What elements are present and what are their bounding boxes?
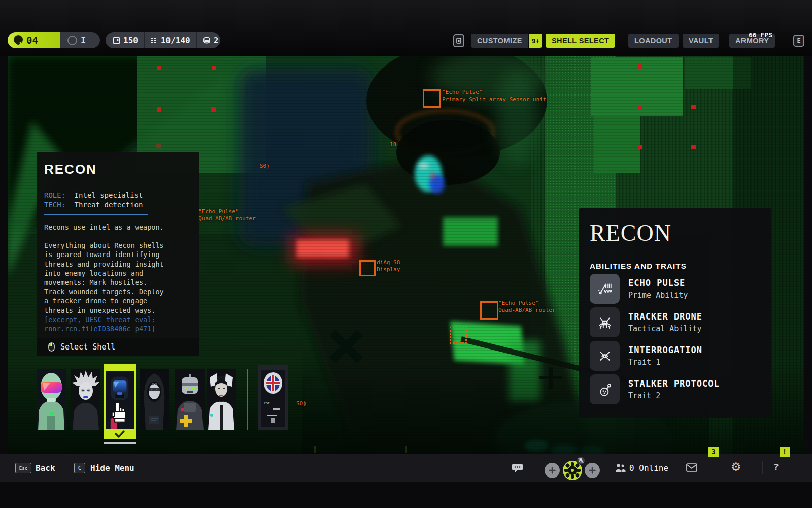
blue-divider: [44, 214, 148, 215]
shell-name-title: RECON: [44, 162, 192, 177]
shell-portrait-1: [37, 369, 66, 430]
select-shell-action[interactable]: Select Shell: [37, 338, 199, 356]
chat-icon[interactable]: [512, 463, 523, 473]
router-right-callout-box: [480, 301, 498, 320]
tab-vault[interactable]: VAULT: [683, 34, 719, 48]
shell-info-panel: RECON ROLE: Intel specialist TECH: Threa…: [37, 152, 199, 356]
window-icon[interactable]: [453, 34, 464, 47]
ability-row-interrogation: INTERROGATION Trait 1: [590, 341, 771, 371]
shell-thumbnail-3-selected[interactable]: [104, 364, 136, 439]
back-button[interactable]: Back: [36, 463, 55, 473]
carousel-divider: [247, 369, 248, 430]
role-value: Intel specialist: [75, 191, 143, 199]
target-callout-box: [450, 327, 467, 344]
mail-count-badge: 3: [708, 447, 719, 457]
red-marker: [211, 107, 216, 112]
shell-count-segment: 04: [8, 32, 60, 48]
shell-thumbnail-7[interactable]: ESC: [258, 365, 288, 430]
stat-ammo-value: 10/140: [161, 36, 190, 45]
abilities-panel: RECON ABILITIES AND TRAITS ECHO PULSE P: [579, 208, 771, 418]
role-label: ROLE:: [44, 191, 65, 199]
menu-key-icon[interactable]: E: [793, 35, 804, 47]
tech-label: TECH:: [44, 201, 65, 209]
stat-armor: 150: [106, 32, 144, 48]
shell-portrait-5: [175, 369, 205, 430]
settings-button[interactable]: ⚙: [731, 460, 741, 473]
ability-name: TRACKER DRONE: [628, 311, 702, 322]
tag-s0-lower: S0): [296, 400, 307, 407]
tech-value: Threat detection: [75, 201, 143, 209]
shell-description-intro: Recons use intel as a weapon.: [44, 223, 169, 232]
display-callout-box: [359, 260, 376, 276]
card-icon: [113, 37, 120, 44]
sensor-callout-box: [423, 89, 441, 108]
divider: [44, 184, 192, 184]
shell-thumbnail-2[interactable]: [71, 369, 100, 430]
carousel-indicator: [104, 442, 136, 444]
router-left-callout: "Echo Pulse"Quad-AB/AB router: [198, 208, 256, 223]
escape-key: Esc: [15, 463, 31, 473]
help-button[interactable]: ?: [773, 462, 779, 472]
ability-text: TRACKER DRONE Tactical Ability: [628, 311, 702, 333]
gear-icon: ⚙: [731, 460, 741, 473]
tab-customize-label: CUSTOMIZE: [471, 34, 528, 48]
shell-excerpt: [excerpt, UESC threat eval: rnnr.rcn.fil…: [44, 315, 169, 333]
red-marker: [638, 105, 642, 109]
mail-icon[interactable]: [686, 463, 697, 472]
red-marker: [157, 66, 161, 70]
tag-18: 18: [390, 141, 396, 148]
ability-type: Prime Ability: [628, 291, 688, 300]
shell-thumbnail-6[interactable]: [207, 369, 236, 430]
separator: [676, 461, 676, 474]
mode-segment: I: [60, 32, 100, 48]
shell-thumbnail-1[interactable]: [37, 369, 66, 430]
stat-currency: 2,705: [196, 32, 220, 48]
abilities-section-label: ABILITIES AND TRAITS: [590, 262, 771, 270]
shell-portrait-6: [207, 369, 236, 430]
stat-currency-value: 2,705: [214, 36, 220, 45]
selected-check-icon: [114, 430, 125, 438]
ability-text: INTERROGATION Trait 1: [628, 345, 702, 367]
display-callout: diAg-S8Display: [377, 259, 400, 273]
online-status: 0 Online: [629, 463, 668, 473]
alert-badge: !: [780, 447, 790, 457]
shell-count: 04: [26, 35, 38, 46]
c-key: C: [74, 463, 85, 473]
tab-shell-select[interactable]: SHELL SELECT: [546, 34, 615, 48]
red-marker: [157, 107, 161, 112]
red-marker: [156, 144, 161, 148]
ability-row-stalker-protocol: STALKER PROTOCOL Trait 2: [590, 374, 771, 404]
helmet-icon: [13, 35, 24, 46]
separator: [608, 461, 608, 474]
customize-badge: 9+: [529, 34, 543, 48]
stalker-protocol-icon: [590, 374, 620, 404]
sensor-callout: "Echo Pulse"Primary Split-array Sensor u…: [442, 89, 546, 103]
separator: [500, 461, 500, 474]
shell-status-pill: 04 I: [8, 32, 100, 48]
list-icon: [150, 37, 158, 44]
ability-type: Tactical Ability: [628, 324, 702, 333]
add-player-right-button[interactable]: [585, 463, 600, 478]
resources-pill: 150 10/140 2,705: [106, 32, 220, 48]
shell-select-screen: "Echo Pulse"Primary Split-array Sensor u…: [0, 0, 812, 508]
ability-name: INTERROGATION: [628, 345, 702, 355]
ability-name: ECHO PULSE: [628, 278, 688, 288]
ability-text: STALKER PROTOCOL Trait 2: [628, 378, 720, 400]
tracker-drone-icon: [590, 307, 620, 337]
tab-loadout[interactable]: LOADOUT: [628, 34, 679, 48]
ability-row-echo-pulse: ECHO PULSE Prime Ability: [590, 274, 771, 304]
role-line: ROLE: Intel specialist: [44, 190, 192, 200]
online-players-icon: [615, 463, 626, 472]
ability-type: Trait 1: [628, 358, 702, 367]
router-right-callout: "Echo Pulse"Quad-AB/AB router: [498, 300, 556, 314]
add-player-left-button[interactable]: [545, 463, 560, 478]
select-shell-label: Select Shell: [60, 342, 115, 352]
red-marker: [691, 105, 696, 109]
shell-7-glitch-text: ESC: [264, 401, 270, 405]
shell-thumbnail-4[interactable]: [140, 369, 169, 430]
ability-type: Trait 2: [628, 391, 720, 400]
hide-menu-button[interactable]: Hide Menu: [90, 463, 134, 473]
red-marker: [638, 145, 642, 149]
tab-customize[interactable]: CUSTOMIZE 9+: [471, 34, 542, 48]
shell-thumbnail-5[interactable]: [175, 369, 205, 430]
